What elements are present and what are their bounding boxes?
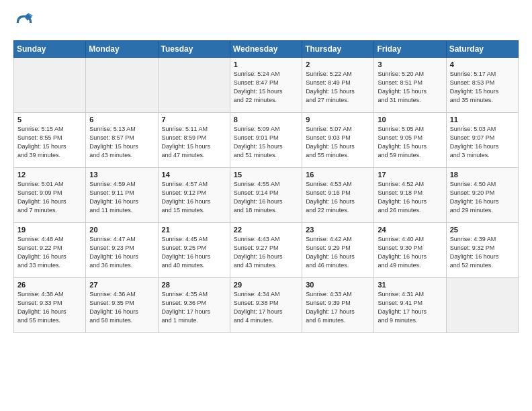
day-number: 6 bbox=[89, 116, 154, 124]
day-number: 13 bbox=[89, 171, 154, 179]
calendar-cell: 31Sunrise: 4:31 AM Sunset: 9:41 PM Dayli… bbox=[374, 278, 446, 333]
day-info: Sunrise: 4:35 AM Sunset: 9:36 PM Dayligh… bbox=[162, 290, 226, 325]
day-number: 4 bbox=[450, 60, 515, 68]
day-number: 22 bbox=[234, 226, 298, 234]
day-number: 7 bbox=[162, 116, 226, 124]
calendar-cell: 8Sunrise: 5:09 AM Sunset: 9:01 PM Daylig… bbox=[230, 113, 302, 168]
day-info: Sunrise: 4:34 AM Sunset: 9:38 PM Dayligh… bbox=[234, 290, 298, 325]
col-thursday: Thursday bbox=[302, 41, 374, 58]
col-saturday: Saturday bbox=[446, 41, 518, 58]
page: Sunday Monday Tuesday Wednesday Thursday… bbox=[0, 0, 532, 340]
calendar-cell: 2Sunrise: 5:22 AM Sunset: 8:49 PM Daylig… bbox=[302, 58, 374, 113]
day-number: 21 bbox=[162, 226, 226, 234]
calendar-cell: 18Sunrise: 4:50 AM Sunset: 9:20 PM Dayli… bbox=[446, 168, 518, 223]
calendar-week-1: 1Sunrise: 5:24 AM Sunset: 8:47 PM Daylig… bbox=[14, 58, 519, 113]
day-info: Sunrise: 5:15 AM Sunset: 8:55 PM Dayligh… bbox=[17, 125, 82, 160]
calendar-cell: 22Sunrise: 4:43 AM Sunset: 9:27 PM Dayli… bbox=[230, 223, 302, 278]
day-info: Sunrise: 4:40 AM Sunset: 9:30 PM Dayligh… bbox=[378, 235, 442, 270]
day-info: Sunrise: 5:01 AM Sunset: 9:09 PM Dayligh… bbox=[17, 180, 82, 215]
day-info: Sunrise: 5:22 AM Sunset: 8:49 PM Dayligh… bbox=[306, 70, 370, 105]
calendar-cell: 14Sunrise: 4:57 AM Sunset: 9:12 PM Dayli… bbox=[158, 168, 230, 223]
calendar-cell: 30Sunrise: 4:33 AM Sunset: 9:39 PM Dayli… bbox=[302, 278, 374, 333]
day-number: 29 bbox=[234, 281, 298, 289]
header-row: Sunday Monday Tuesday Wednesday Thursday… bbox=[14, 41, 519, 58]
calendar-header: Sunday Monday Tuesday Wednesday Thursday… bbox=[14, 41, 519, 58]
day-number: 20 bbox=[89, 226, 154, 234]
day-number: 2 bbox=[306, 60, 370, 68]
calendar-cell: 7Sunrise: 5:11 AM Sunset: 8:59 PM Daylig… bbox=[158, 113, 230, 168]
calendar-week-4: 19Sunrise: 4:48 AM Sunset: 9:22 PM Dayli… bbox=[14, 223, 519, 278]
day-info: Sunrise: 4:31 AM Sunset: 9:41 PM Dayligh… bbox=[378, 290, 442, 325]
calendar-cell: 10Sunrise: 5:05 AM Sunset: 9:05 PM Dayli… bbox=[374, 113, 446, 168]
day-number: 16 bbox=[306, 171, 370, 179]
day-info: Sunrise: 5:17 AM Sunset: 8:53 PM Dayligh… bbox=[450, 70, 515, 105]
day-number: 25 bbox=[450, 226, 515, 234]
day-number: 8 bbox=[234, 116, 298, 124]
calendar-cell bbox=[446, 278, 518, 333]
calendar-cell: 9Sunrise: 5:07 AM Sunset: 9:03 PM Daylig… bbox=[302, 113, 374, 168]
col-friday: Friday bbox=[374, 41, 446, 58]
calendar-cell: 29Sunrise: 4:34 AM Sunset: 9:38 PM Dayli… bbox=[230, 278, 302, 333]
day-info: Sunrise: 4:45 AM Sunset: 9:25 PM Dayligh… bbox=[162, 235, 226, 270]
calendar-cell: 19Sunrise: 4:48 AM Sunset: 9:22 PM Dayli… bbox=[14, 223, 86, 278]
calendar-cell: 13Sunrise: 4:59 AM Sunset: 9:11 PM Dayli… bbox=[86, 168, 158, 223]
calendar-cell: 15Sunrise: 4:55 AM Sunset: 9:14 PM Dayli… bbox=[230, 168, 302, 223]
day-info: Sunrise: 4:38 AM Sunset: 9:33 PM Dayligh… bbox=[17, 290, 82, 325]
day-info: Sunrise: 5:20 AM Sunset: 8:51 PM Dayligh… bbox=[378, 70, 442, 105]
day-info: Sunrise: 4:59 AM Sunset: 9:11 PM Dayligh… bbox=[89, 180, 154, 215]
day-number: 26 bbox=[17, 281, 82, 289]
calendar-cell: 25Sunrise: 4:39 AM Sunset: 9:32 PM Dayli… bbox=[446, 223, 518, 278]
day-info: Sunrise: 4:55 AM Sunset: 9:14 PM Dayligh… bbox=[234, 180, 298, 215]
day-number: 27 bbox=[89, 281, 154, 289]
calendar-cell: 24Sunrise: 4:40 AM Sunset: 9:30 PM Dayli… bbox=[374, 223, 446, 278]
day-info: Sunrise: 5:09 AM Sunset: 9:01 PM Dayligh… bbox=[234, 125, 298, 160]
calendar-cell: 21Sunrise: 4:45 AM Sunset: 9:25 PM Dayli… bbox=[158, 223, 230, 278]
day-number: 15 bbox=[234, 171, 298, 179]
day-number: 3 bbox=[378, 60, 442, 68]
calendar-cell: 23Sunrise: 4:42 AM Sunset: 9:29 PM Dayli… bbox=[302, 223, 374, 278]
calendar-cell: 26Sunrise: 4:38 AM Sunset: 9:33 PM Dayli… bbox=[14, 278, 86, 333]
calendar-cell bbox=[158, 58, 230, 113]
day-info: Sunrise: 4:43 AM Sunset: 9:27 PM Dayligh… bbox=[234, 235, 298, 270]
day-info: Sunrise: 4:39 AM Sunset: 9:32 PM Dayligh… bbox=[450, 235, 515, 270]
calendar-cell: 1Sunrise: 5:24 AM Sunset: 8:47 PM Daylig… bbox=[230, 58, 302, 113]
day-number: 30 bbox=[306, 281, 370, 289]
day-number: 18 bbox=[450, 171, 515, 179]
day-number: 31 bbox=[378, 281, 442, 289]
logo bbox=[13, 12, 38, 34]
day-number: 19 bbox=[17, 226, 82, 234]
day-number: 23 bbox=[306, 226, 370, 234]
day-info: Sunrise: 4:53 AM Sunset: 9:16 PM Dayligh… bbox=[306, 180, 370, 215]
day-info: Sunrise: 4:52 AM Sunset: 9:18 PM Dayligh… bbox=[378, 180, 442, 215]
logo-icon bbox=[13, 12, 35, 34]
calendar-cell: 5Sunrise: 5:15 AM Sunset: 8:55 PM Daylig… bbox=[14, 113, 86, 168]
col-monday: Monday bbox=[86, 41, 158, 58]
day-info: Sunrise: 4:36 AM Sunset: 9:35 PM Dayligh… bbox=[89, 290, 154, 325]
calendar-cell: 27Sunrise: 4:36 AM Sunset: 9:35 PM Dayli… bbox=[86, 278, 158, 333]
calendar-cell: 20Sunrise: 4:47 AM Sunset: 9:23 PM Dayli… bbox=[86, 223, 158, 278]
calendar-cell: 6Sunrise: 5:13 AM Sunset: 8:57 PM Daylig… bbox=[86, 113, 158, 168]
day-info: Sunrise: 5:11 AM Sunset: 8:59 PM Dayligh… bbox=[162, 125, 226, 160]
day-number: 9 bbox=[306, 116, 370, 124]
day-number: 17 bbox=[378, 171, 442, 179]
calendar-cell bbox=[86, 58, 158, 113]
day-info: Sunrise: 4:47 AM Sunset: 9:23 PM Dayligh… bbox=[89, 235, 154, 270]
day-number: 12 bbox=[17, 171, 82, 179]
day-number: 28 bbox=[162, 281, 226, 289]
header bbox=[13, 12, 519, 34]
calendar-table: Sunday Monday Tuesday Wednesday Thursday… bbox=[13, 40, 519, 333]
calendar-cell: 3Sunrise: 5:20 AM Sunset: 8:51 PM Daylig… bbox=[374, 58, 446, 113]
day-number: 1 bbox=[234, 60, 298, 68]
day-info: Sunrise: 5:13 AM Sunset: 8:57 PM Dayligh… bbox=[89, 125, 154, 160]
day-info: Sunrise: 4:42 AM Sunset: 9:29 PM Dayligh… bbox=[306, 235, 370, 270]
day-info: Sunrise: 4:33 AM Sunset: 9:39 PM Dayligh… bbox=[306, 290, 370, 325]
calendar-cell: 17Sunrise: 4:52 AM Sunset: 9:18 PM Dayli… bbox=[374, 168, 446, 223]
day-info: Sunrise: 4:57 AM Sunset: 9:12 PM Dayligh… bbox=[162, 180, 226, 215]
day-number: 5 bbox=[17, 116, 82, 124]
calendar-cell: 4Sunrise: 5:17 AM Sunset: 8:53 PM Daylig… bbox=[446, 58, 518, 113]
day-number: 14 bbox=[162, 171, 226, 179]
day-info: Sunrise: 5:03 AM Sunset: 9:07 PM Dayligh… bbox=[450, 125, 515, 160]
calendar-week-5: 26Sunrise: 4:38 AM Sunset: 9:33 PM Dayli… bbox=[14, 278, 519, 333]
day-info: Sunrise: 4:50 AM Sunset: 9:20 PM Dayligh… bbox=[450, 180, 515, 215]
calendar-week-2: 5Sunrise: 5:15 AM Sunset: 8:55 PM Daylig… bbox=[14, 113, 519, 168]
